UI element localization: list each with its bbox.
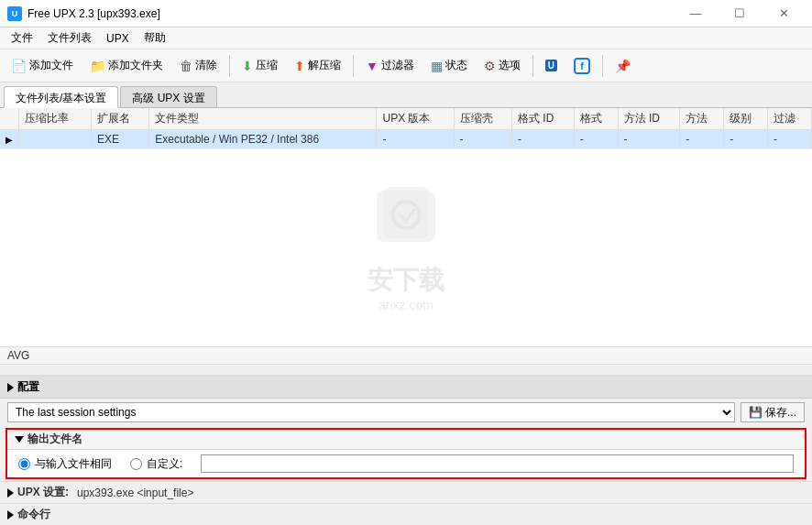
cell-file-type: Executable / Win PE32 / Intel 386 bbox=[149, 130, 377, 149]
window-title: Free UPX 2.3 [upx393.exe] bbox=[27, 7, 160, 20]
menu-filelist[interactable]: 文件列表 bbox=[40, 28, 99, 48]
col-upx-version: UPX 版本 bbox=[377, 108, 454, 130]
filter-icon: ▼ bbox=[366, 59, 379, 73]
maximize-button[interactable]: ☐ bbox=[719, 4, 761, 24]
separator-3 bbox=[532, 55, 533, 77]
upx-settings-collapse-icon[interactable] bbox=[7, 488, 14, 498]
radio-custom-option[interactable]: 自定义: bbox=[130, 456, 182, 472]
cell-format-id: - bbox=[511, 130, 574, 149]
facebook-button[interactable]: f bbox=[566, 53, 598, 79]
config-collapse-icon[interactable] bbox=[7, 383, 14, 392]
watermark-content: 安下载 anxz.com bbox=[368, 180, 444, 312]
col-level: 级别 bbox=[724, 108, 768, 130]
radio-same-option[interactable]: 与输入文件相同 bbox=[18, 456, 112, 472]
cell-compression-ratio bbox=[19, 130, 92, 149]
watermark-text: 安下载 bbox=[368, 263, 444, 298]
data-table: 压缩比率 扩展名 文件类型 UPX 版本 压缩壳 格式 ID 格式 方法 ID … bbox=[0, 108, 812, 149]
pin-button[interactable]: 📌 bbox=[608, 53, 638, 79]
output-section: 输出文件名 与输入文件相同 自定义: bbox=[5, 428, 807, 479]
output-header-label: 输出文件名 bbox=[27, 432, 82, 447]
tab-basic[interactable]: 文件列表/基本设置 bbox=[4, 86, 118, 108]
add-file-label: 添加文件 bbox=[29, 58, 73, 73]
options-label: 选项 bbox=[499, 58, 521, 73]
cell-format: - bbox=[574, 130, 618, 149]
upx-command: upx393.exe <input_file> bbox=[77, 487, 193, 499]
clear-button[interactable]: 🗑 清除 bbox=[172, 53, 225, 79]
watermark: 安下载 anxz.com bbox=[0, 145, 812, 346]
radio-custom[interactable] bbox=[130, 458, 142, 470]
menu-help[interactable]: 帮助 bbox=[137, 28, 173, 48]
add-folder-icon: 📁 bbox=[90, 59, 105, 73]
save-icon: 💾 bbox=[749, 406, 763, 419]
save-label: 保存... bbox=[765, 405, 796, 421]
cmdline-row: 命令行 bbox=[0, 503, 812, 525]
watermark-sub: anxz.com bbox=[368, 298, 444, 312]
col-indicator bbox=[0, 108, 19, 130]
tab-advanced[interactable]: 高级 UPX 设置 bbox=[120, 86, 216, 107]
cell-level: - bbox=[724, 130, 768, 149]
compress-label: 压缩 bbox=[256, 58, 278, 73]
clear-label: 清除 bbox=[195, 58, 217, 73]
add-folder-button[interactable]: 📁 添加文件夹 bbox=[82, 53, 170, 79]
compress-icon: ⬇ bbox=[242, 59, 253, 73]
output-collapse-icon[interactable] bbox=[15, 436, 24, 443]
tabs-bar: 文件列表/基本设置 高级 UPX 设置 bbox=[0, 82, 812, 108]
radio-same[interactable] bbox=[18, 458, 30, 470]
menu-bar: 文件 文件列表 UPX 帮助 bbox=[0, 27, 812, 49]
cell-method: - bbox=[680, 130, 724, 149]
svg-rect-1 bbox=[384, 187, 428, 238]
status-label: 状态 bbox=[445, 58, 467, 73]
svg-rect-0 bbox=[377, 191, 435, 242]
upx-label-text: UPX 设置: bbox=[17, 485, 69, 500]
window-controls: — ☐ ✕ bbox=[675, 4, 805, 24]
status-button[interactable]: ▦ 状态 bbox=[423, 53, 475, 79]
cmdline-collapse-icon[interactable] bbox=[7, 510, 14, 520]
config-session-row: The last session settings 💾 保存... bbox=[0, 399, 812, 426]
config-section: 配置 The last session settings 💾 保存... 输出文… bbox=[0, 375, 812, 525]
pin-icon: 📌 bbox=[615, 59, 631, 73]
menu-upx[interactable]: UPX bbox=[99, 30, 137, 47]
svg-point-2 bbox=[393, 202, 420, 228]
compress-button[interactable]: ⬇ 压缩 bbox=[235, 53, 285, 79]
separator-1 bbox=[229, 55, 230, 77]
table-row[interactable]: ▶ EXE Executable / Win PE32 / Intel 386 … bbox=[0, 130, 812, 149]
cell-method-id: - bbox=[618, 130, 680, 149]
options-icon: ⚙ bbox=[484, 59, 496, 73]
col-compression-shell: 压缩壳 bbox=[454, 108, 511, 130]
col-extension: 扩展名 bbox=[91, 108, 148, 130]
col-filter: 过滤 bbox=[768, 108, 812, 130]
save-button[interactable]: 💾 保存... bbox=[741, 402, 805, 422]
config-header: 配置 bbox=[0, 377, 812, 399]
title-bar: U Free UPX 2.3 [upx393.exe] — ☐ ✕ bbox=[0, 0, 812, 27]
filter-label: 过滤器 bbox=[381, 58, 414, 73]
output-header: 输出文件名 bbox=[7, 430, 805, 450]
main-layout: 文件列表/基本设置 高级 UPX 设置 压缩比率 扩展名 文件类型 UPX 版本… bbox=[0, 82, 812, 525]
menu-file[interactable]: 文件 bbox=[4, 28, 40, 48]
radio-same-label: 与输入文件相同 bbox=[35, 456, 112, 472]
close-button[interactable]: ✕ bbox=[763, 4, 805, 24]
ux-button[interactable]: U bbox=[538, 53, 565, 79]
table-container: 压缩比率 扩展名 文件类型 UPX 版本 压缩壳 格式 ID 格式 方法 ID … bbox=[0, 108, 812, 346]
add-folder-label: 添加文件夹 bbox=[108, 58, 163, 73]
avg-label: AVG bbox=[7, 349, 29, 362]
app-icon: U bbox=[7, 6, 22, 21]
cell-extension: EXE bbox=[91, 130, 148, 149]
minimize-button[interactable]: — bbox=[675, 4, 717, 24]
cell-filter: - bbox=[768, 130, 812, 149]
filter-button[interactable]: ▼ 过滤器 bbox=[358, 53, 422, 79]
clear-icon: 🗑 bbox=[180, 59, 192, 73]
decompress-button[interactable]: ⬆ 解压缩 bbox=[287, 53, 348, 79]
upx-settings-row: UPX 设置: upx393.exe <input_file> bbox=[0, 481, 812, 503]
session-dropdown[interactable]: The last session settings bbox=[7, 402, 735, 422]
radio-custom-label: 自定义: bbox=[147, 456, 182, 472]
custom-filename-input[interactable] bbox=[201, 454, 794, 473]
config-header-label: 配置 bbox=[17, 379, 39, 395]
col-format: 格式 bbox=[574, 108, 618, 130]
cell-upx-version: - bbox=[377, 130, 454, 149]
horizontal-scrollbar[interactable] bbox=[0, 364, 812, 375]
ux-icon: U bbox=[545, 60, 557, 71]
options-button[interactable]: ⚙ 选项 bbox=[477, 53, 528, 79]
col-method-id: 方法 ID bbox=[618, 108, 680, 130]
col-file-type: 文件类型 bbox=[149, 108, 377, 130]
add-file-button[interactable]: 📄 添加文件 bbox=[4, 53, 81, 79]
